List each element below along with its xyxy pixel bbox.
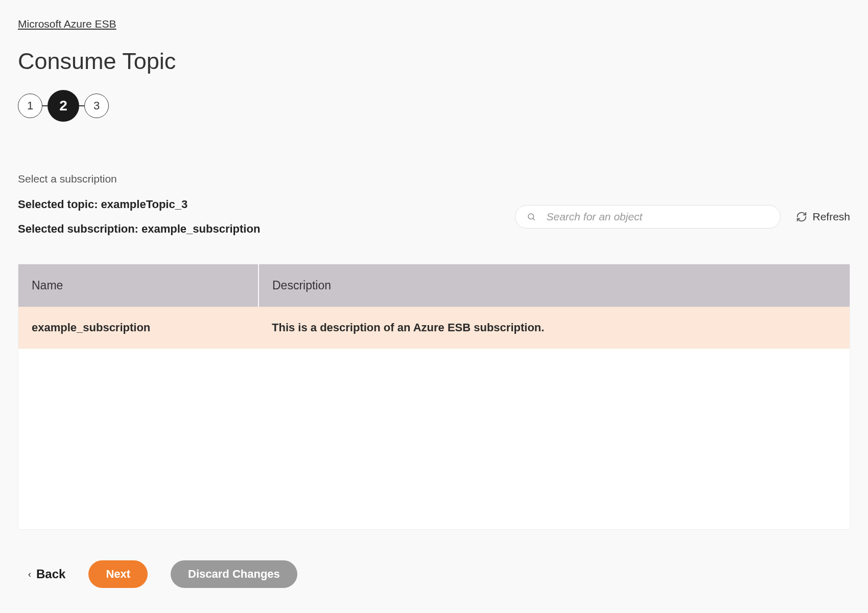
step-3[interactable]: 3 — [84, 94, 109, 118]
discard-button[interactable]: Discard Changes — [171, 560, 297, 588]
chevron-left-icon: ‹ — [28, 569, 31, 580]
svg-point-0 — [528, 214, 534, 219]
table-cell-description: This is a description of an Azure ESB su… — [259, 307, 850, 349]
refresh-icon — [796, 211, 807, 222]
table-header-description[interactable]: Description — [259, 264, 850, 307]
table-header-name[interactable]: Name — [18, 264, 259, 307]
step-connector — [79, 105, 84, 106]
back-label: Back — [36, 567, 65, 581]
back-button[interactable]: ‹ Back — [28, 567, 65, 581]
footer: ‹ Back Next Discard Changes — [0, 530, 868, 606]
search-icon — [527, 212, 536, 221]
search-box[interactable] — [515, 205, 781, 229]
table-row[interactable]: example_subscription This is a descripti… — [18, 307, 850, 349]
selected-subscription-label: Selected subscription: example_subscript… — [18, 222, 260, 236]
next-button[interactable]: Next — [88, 560, 148, 588]
refresh-label: Refresh — [812, 211, 850, 223]
table-cell-name: example_subscription — [18, 307, 259, 349]
step-2[interactable]: 2 — [48, 90, 79, 122]
svg-line-1 — [533, 218, 535, 220]
selected-topic-label: Selected topic: exampleTopic_3 — [18, 198, 260, 211]
section-label: Select a subscription — [18, 173, 850, 185]
search-input[interactable] — [546, 211, 769, 223]
stepper: 1 2 3 — [18, 90, 850, 122]
subscription-table: Name Description example_subscription Th… — [18, 264, 850, 530]
step-connector — [42, 105, 48, 106]
step-1[interactable]: 1 — [18, 94, 42, 118]
breadcrumb-link[interactable]: Microsoft Azure ESB — [18, 18, 116, 30]
refresh-button[interactable]: Refresh — [796, 211, 850, 223]
page-title: Consume Topic — [18, 48, 850, 75]
